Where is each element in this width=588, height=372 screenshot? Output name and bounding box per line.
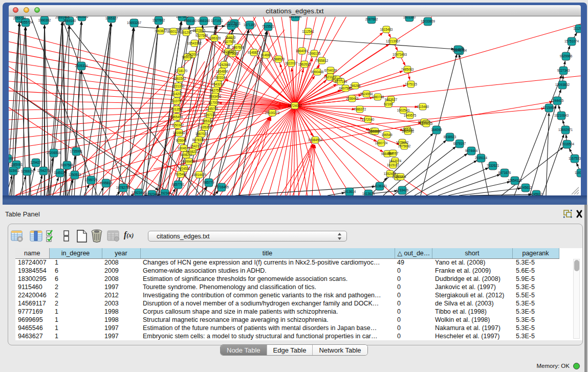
svg-text:6466160: 6466160 <box>198 19 210 23</box>
svg-text:19384554: 19384554 <box>308 138 323 142</box>
svg-text:1112905: 1112905 <box>573 27 581 30</box>
svg-text:1965492: 1965492 <box>402 129 415 133</box>
svg-text:1615112: 1615112 <box>387 163 400 167</box>
svg-text:9777169: 9777169 <box>335 80 347 83</box>
svg-text:1385061: 1385061 <box>10 163 23 166</box>
svg-text:14055724: 14055724 <box>18 20 33 24</box>
svg-text:9315911: 9315911 <box>9 169 20 172</box>
svg-text:1065327: 1065327 <box>105 16 118 20</box>
svg-text:16782759: 16782759 <box>116 186 131 189</box>
svg-text:1795725: 1795725 <box>85 178 98 182</box>
svg-text:1615483: 1615483 <box>380 28 393 31</box>
svg-text:1572040: 1572040 <box>362 118 375 121</box>
svg-text:9327508: 9327508 <box>195 34 208 37</box>
svg-text:1671355: 1671355 <box>244 23 256 27</box>
svg-text:1065326: 1065326 <box>76 16 89 18</box>
svg-text:8990448: 8990448 <box>311 70 324 74</box>
svg-text:1221330: 1221330 <box>172 84 185 88</box>
svg-text:1704532: 1704532 <box>178 167 191 170</box>
svg-text:7515521: 7515521 <box>262 25 275 28</box>
svg-text:931591: 931591 <box>9 157 13 160</box>
svg-text:1413614: 1413614 <box>343 190 356 193</box>
svg-text:9245612: 9245612 <box>530 192 543 195</box>
svg-text:1965498: 1965498 <box>170 115 183 119</box>
svg-text:16210643: 16210643 <box>554 114 569 117</box>
svg-text:8878332: 8878332 <box>192 138 205 142</box>
svg-text:984067: 984067 <box>387 151 399 155</box>
svg-text:1112541: 1112541 <box>302 30 314 33</box>
svg-text:1156829: 1156829 <box>21 169 34 173</box>
svg-text:1435359: 1435359 <box>199 125 212 129</box>
svg-text:6099459: 6099459 <box>183 160 195 163</box>
svg-text:1264890: 1264890 <box>216 70 229 73</box>
svg-text:1588520: 1588520 <box>272 57 285 61</box>
svg-text:1699615: 1699615 <box>420 122 433 125</box>
svg-text:8215958: 8215958 <box>543 106 556 110</box>
svg-text:1095813: 1095813 <box>100 181 113 185</box>
svg-text:8660124: 8660124 <box>167 30 180 33</box>
svg-text:7485063: 7485063 <box>401 68 414 71</box>
svg-text:9227343: 9227343 <box>557 69 570 72</box>
svg-text:1527602: 1527602 <box>176 16 189 18</box>
svg-text:1975115: 1975115 <box>405 82 418 86</box>
svg-text:16543382: 16543382 <box>187 41 202 45</box>
svg-text:129427: 129427 <box>30 161 41 164</box>
svg-text:14136141: 14136141 <box>373 184 387 188</box>
svg-text:1068860: 1068860 <box>369 129 382 133</box>
svg-text:2005334: 2005334 <box>75 64 88 68</box>
svg-text:1197541: 1197541 <box>575 171 581 174</box>
svg-text:1733426: 1733426 <box>396 188 409 192</box>
svg-text:3822037: 3822037 <box>285 61 298 65</box>
svg-text:1250513: 1250513 <box>69 173 81 177</box>
svg-text:7357274: 7357274 <box>225 24 238 27</box>
svg-text:5498222: 5498222 <box>186 150 199 154</box>
svg-text:196549: 196549 <box>381 133 393 137</box>
svg-text:7986372: 7986372 <box>354 107 366 111</box>
svg-text:9397588: 9397588 <box>61 163 74 167</box>
svg-text:9463627: 9463627 <box>385 98 398 101</box>
svg-text:16914479: 16914479 <box>192 173 207 177</box>
svg-text:15751074: 15751074 <box>564 39 579 43</box>
svg-text:1004678: 1004678 <box>178 146 190 150</box>
svg-text:914202: 914202 <box>171 92 183 96</box>
svg-text:6794028: 6794028 <box>324 69 337 72</box>
svg-text:7955812: 7955812 <box>316 59 329 62</box>
svg-text:9327508: 9327508 <box>223 40 236 43</box>
svg-text:1880724: 1880724 <box>375 141 388 145</box>
svg-text:754219: 754219 <box>190 144 201 148</box>
svg-text:10654122: 10654122 <box>508 179 522 182</box>
svg-text:62160: 62160 <box>384 102 393 106</box>
svg-text:1916682: 1916682 <box>173 131 186 135</box>
svg-text:3267110: 3267110 <box>204 113 216 117</box>
svg-text:9242848: 9242848 <box>218 63 231 67</box>
svg-text:2867608: 2867608 <box>232 46 245 49</box>
svg-text:2069140: 2069140 <box>63 19 76 23</box>
svg-text:9245612: 9245612 <box>519 186 532 189</box>
svg-text:1664878: 1664878 <box>452 48 465 51</box>
svg-text:1080748: 1080748 <box>372 95 384 99</box>
svg-text:1145119: 1145119 <box>54 171 66 174</box>
svg-text:1610755: 1610755 <box>170 99 183 103</box>
svg-text:1990392: 1990392 <box>38 18 51 22</box>
svg-text:985321: 985321 <box>202 119 213 123</box>
svg-text:905643: 905643 <box>176 139 187 142</box>
svg-text:10653267: 10653267 <box>127 21 142 25</box>
svg-text:2055724: 2055724 <box>13 16 26 20</box>
svg-text:5498211: 5498211 <box>180 153 193 157</box>
svg-text:1294275: 1294275 <box>37 169 50 172</box>
svg-text:1949575: 1949575 <box>404 114 417 117</box>
svg-text:1075692: 1075692 <box>398 144 411 148</box>
svg-text:9474444: 9474444 <box>465 149 478 152</box>
svg-text:9329966: 9329966 <box>560 54 573 58</box>
svg-text:1002543: 1002543 <box>397 108 410 112</box>
svg-text:252214: 252214 <box>395 175 406 179</box>
svg-text:7543210: 7543210 <box>212 82 225 86</box>
svg-text:164095: 164095 <box>431 128 442 132</box>
svg-text:1150342: 1150342 <box>171 123 184 127</box>
svg-text:18724007: 18724007 <box>288 104 302 107</box>
svg-text:2803144: 2803144 <box>214 76 227 79</box>
svg-text:6679197: 6679197 <box>453 142 466 145</box>
svg-text:1075692: 1075692 <box>396 141 409 144</box>
svg-text:8813054: 8813054 <box>289 16 302 18</box>
svg-text:10973493: 10973493 <box>393 53 407 56</box>
